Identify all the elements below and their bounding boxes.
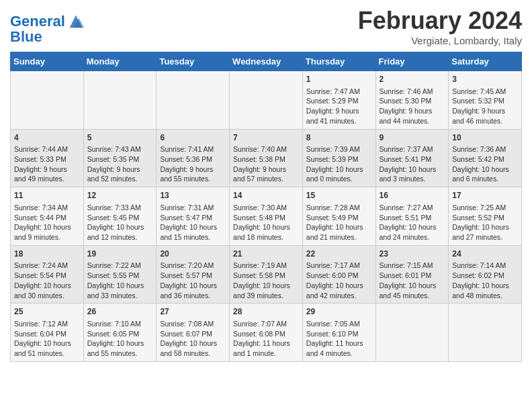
- calendar-cell: 29Sunrise: 7:05 AM Sunset: 6:10 PM Dayli…: [302, 304, 375, 362]
- calendar-cell: 23Sunrise: 7:15 AM Sunset: 6:01 PM Dayli…: [375, 245, 449, 304]
- day-info: Sunrise: 7:22 AM Sunset: 5:55 PM Dayligh…: [87, 261, 153, 300]
- day-info: Sunrise: 7:27 AM Sunset: 5:51 PM Dayligh…: [380, 203, 445, 242]
- day-info: Sunrise: 7:45 AM Sunset: 5:32 PM Dayligh…: [452, 87, 518, 126]
- logo: General Blue: [10, 12, 85, 46]
- day-number: 9: [380, 132, 445, 144]
- day-info: Sunrise: 7:43 AM Sunset: 5:35 PM Dayligh…: [87, 144, 153, 184]
- week-row-3: 18Sunrise: 7:24 AM Sunset: 5:54 PM Dayli…: [11, 245, 522, 304]
- day-info: Sunrise: 7:34 AM Sunset: 5:44 PM Dayligh…: [14, 203, 80, 242]
- day-number: 12: [87, 190, 153, 201]
- calendar-cell: 2Sunrise: 7:46 AM Sunset: 5:30 PM Daylig…: [375, 71, 449, 130]
- calendar-cell: 1Sunrise: 7:47 AM Sunset: 5:29 PM Daylig…: [302, 71, 375, 130]
- week-row-1: 4Sunrise: 7:44 AM Sunset: 5:33 PM Daylig…: [11, 129, 522, 187]
- weekday-header-friday: Friday: [375, 52, 449, 71]
- weekday-header-tuesday: Tuesday: [157, 52, 230, 71]
- day-number: 6: [160, 132, 226, 144]
- calendar-cell: 10Sunrise: 7:36 AM Sunset: 5:42 PM Dayli…: [449, 129, 522, 187]
- calendar-table: SundayMondayTuesdayWednesdayThursdayFrid…: [10, 52, 522, 362]
- day-info: Sunrise: 7:28 AM Sunset: 5:49 PM Dayligh…: [306, 203, 372, 242]
- calendar-cell: 20Sunrise: 7:20 AM Sunset: 5:57 PM Dayli…: [157, 245, 230, 304]
- weekday-header-saturday: Saturday: [449, 52, 522, 71]
- day-number: 27: [160, 306, 226, 318]
- calendar-cell: 18Sunrise: 7:24 AM Sunset: 5:54 PM Dayli…: [11, 245, 84, 304]
- day-info: Sunrise: 7:39 AM Sunset: 5:39 PM Dayligh…: [306, 144, 372, 184]
- calendar-cell: [83, 71, 157, 130]
- calendar-cell: 4Sunrise: 7:44 AM Sunset: 5:33 PM Daylig…: [11, 129, 84, 187]
- calendar-cell: 14Sunrise: 7:30 AM Sunset: 5:48 PM Dayli…: [230, 187, 303, 246]
- calendar-cell: 3Sunrise: 7:45 AM Sunset: 5:32 PM Daylig…: [449, 71, 522, 130]
- calendar-cell: 21Sunrise: 7:19 AM Sunset: 5:58 PM Dayli…: [230, 245, 303, 304]
- weekday-header-wednesday: Wednesday: [230, 52, 303, 71]
- logo-text: General: [10, 13, 65, 30]
- calendar-cell: 24Sunrise: 7:14 AM Sunset: 6:02 PM Dayli…: [449, 245, 522, 304]
- day-number: 3: [452, 74, 518, 85]
- day-number: 10: [452, 132, 518, 144]
- day-number: 13: [160, 190, 226, 201]
- calendar-cell: 7Sunrise: 7:40 AM Sunset: 5:38 PM Daylig…: [230, 129, 303, 187]
- day-number: 24: [452, 248, 518, 260]
- day-info: Sunrise: 7:46 AM Sunset: 5:30 PM Dayligh…: [380, 87, 445, 126]
- day-info: Sunrise: 7:08 AM Sunset: 6:07 PM Dayligh…: [160, 319, 226, 359]
- calendar-cell: 26Sunrise: 7:10 AM Sunset: 6:05 PM Dayli…: [83, 304, 157, 362]
- calendar-cell: 27Sunrise: 7:08 AM Sunset: 6:07 PM Dayli…: [157, 304, 230, 362]
- calendar-cell: 19Sunrise: 7:22 AM Sunset: 5:55 PM Dayli…: [83, 245, 157, 304]
- calendar-cell: [11, 71, 84, 130]
- day-info: Sunrise: 7:44 AM Sunset: 5:33 PM Dayligh…: [14, 144, 80, 184]
- calendar-cell: [157, 71, 230, 130]
- month-title: February 2024: [358, 7, 522, 35]
- day-info: Sunrise: 7:17 AM Sunset: 6:00 PM Dayligh…: [306, 261, 372, 300]
- calendar-cell: 12Sunrise: 7:33 AM Sunset: 5:45 PM Dayli…: [83, 187, 157, 246]
- day-number: 22: [306, 248, 372, 260]
- day-number: 19: [87, 248, 153, 260]
- day-number: 16: [380, 190, 445, 201]
- day-number: 15: [306, 190, 372, 201]
- day-number: 14: [233, 190, 299, 201]
- day-number: 26: [87, 306, 153, 318]
- day-info: Sunrise: 7:24 AM Sunset: 5:54 PM Dayligh…: [14, 261, 80, 300]
- day-info: Sunrise: 7:07 AM Sunset: 6:08 PM Dayligh…: [233, 319, 299, 359]
- day-number: 11: [14, 190, 80, 201]
- header: General Blue February 2024 Vergiate, Lom…: [10, 7, 522, 46]
- day-info: Sunrise: 7:10 AM Sunset: 6:05 PM Dayligh…: [87, 319, 153, 359]
- calendar-cell: 11Sunrise: 7:34 AM Sunset: 5:44 PM Dayli…: [11, 187, 84, 246]
- calendar-cell: 28Sunrise: 7:07 AM Sunset: 6:08 PM Dayli…: [230, 304, 303, 362]
- title-area: February 2024 Vergiate, Lombardy, Italy: [358, 7, 522, 46]
- calendar-cell: 6Sunrise: 7:41 AM Sunset: 5:36 PM Daylig…: [157, 129, 230, 187]
- day-number: 1: [306, 74, 372, 85]
- day-info: Sunrise: 7:20 AM Sunset: 5:57 PM Dayligh…: [160, 261, 226, 300]
- day-info: Sunrise: 7:25 AM Sunset: 5:52 PM Dayligh…: [452, 203, 518, 242]
- day-number: 4: [14, 132, 80, 144]
- calendar-cell: 8Sunrise: 7:39 AM Sunset: 5:39 PM Daylig…: [302, 129, 375, 187]
- day-info: Sunrise: 7:47 AM Sunset: 5:29 PM Dayligh…: [306, 87, 372, 126]
- day-info: Sunrise: 7:14 AM Sunset: 6:02 PM Dayligh…: [452, 261, 518, 300]
- logo-icon: [66, 12, 85, 31]
- logo-general: General: [10, 13, 65, 30]
- day-number: 18: [14, 248, 80, 260]
- day-number: 5: [87, 132, 153, 144]
- week-row-2: 11Sunrise: 7:34 AM Sunset: 5:44 PM Dayli…: [11, 187, 522, 246]
- calendar-cell: 9Sunrise: 7:37 AM Sunset: 5:41 PM Daylig…: [375, 129, 449, 187]
- calendar-cell: 17Sunrise: 7:25 AM Sunset: 5:52 PM Dayli…: [449, 187, 522, 246]
- day-info: Sunrise: 7:40 AM Sunset: 5:38 PM Dayligh…: [233, 144, 299, 184]
- day-info: Sunrise: 7:05 AM Sunset: 6:10 PM Dayligh…: [306, 319, 372, 359]
- day-number: 2: [380, 74, 445, 85]
- day-number: 29: [306, 306, 372, 318]
- day-number: 21: [233, 248, 299, 260]
- calendar-cell: 25Sunrise: 7:12 AM Sunset: 6:04 PM Dayli…: [11, 304, 84, 362]
- location-subtitle: Vergiate, Lombardy, Italy: [358, 35, 522, 46]
- weekday-header-monday: Monday: [83, 52, 157, 71]
- calendar-cell: 16Sunrise: 7:27 AM Sunset: 5:51 PM Dayli…: [375, 187, 449, 246]
- weekday-header-thursday: Thursday: [302, 52, 375, 71]
- weekday-header-row: SundayMondayTuesdayWednesdayThursdayFrid…: [11, 52, 522, 71]
- calendar-cell: [230, 71, 303, 130]
- day-info: Sunrise: 7:33 AM Sunset: 5:45 PM Dayligh…: [87, 203, 153, 242]
- week-row-0: 1Sunrise: 7:47 AM Sunset: 5:29 PM Daylig…: [11, 71, 522, 130]
- day-number: 8: [306, 132, 372, 144]
- day-info: Sunrise: 7:41 AM Sunset: 5:36 PM Dayligh…: [160, 144, 226, 184]
- day-number: 25: [14, 306, 80, 318]
- day-info: Sunrise: 7:15 AM Sunset: 6:01 PM Dayligh…: [380, 261, 445, 300]
- day-number: 20: [160, 248, 226, 260]
- calendar-cell: 22Sunrise: 7:17 AM Sunset: 6:00 PM Dayli…: [302, 245, 375, 304]
- day-info: Sunrise: 7:37 AM Sunset: 5:41 PM Dayligh…: [380, 144, 445, 184]
- day-info: Sunrise: 7:30 AM Sunset: 5:48 PM Dayligh…: [233, 203, 299, 242]
